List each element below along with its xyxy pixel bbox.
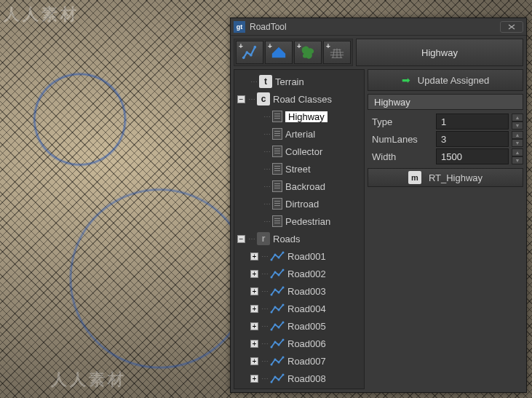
tree-label: Road003 (287, 286, 326, 297)
svg-point-14 (278, 292, 280, 294)
svg-point-31 (282, 357, 285, 359)
close-button[interactable] (500, 21, 523, 33)
tree-label: Terrain (275, 76, 304, 87)
svg-point-33 (274, 376, 277, 378)
svg-point-20 (271, 329, 273, 331)
tree-label: Backroad (285, 181, 325, 192)
document-icon (272, 180, 282, 192)
tree-item-class[interactable]: ⋯Collector (234, 143, 364, 160)
spinner[interactable]: ▲▼ (512, 131, 523, 147)
spinner[interactable]: ▲▼ (512, 148, 523, 164)
tree-item-road[interactable]: +⋯Road007 (234, 352, 364, 370)
svg-point-26 (278, 344, 280, 346)
roads-badge-icon: r (257, 232, 270, 245)
tree-item-road[interactable]: +⋯Road001 (234, 247, 364, 265)
area-icon (300, 44, 316, 60)
svg-point-3 (254, 46, 257, 49)
tree-item-class[interactable]: ⋯Dirtroad (234, 195, 364, 212)
svg-point-25 (274, 341, 277, 343)
svg-point-35 (282, 374, 285, 376)
terrain-icon (271, 44, 287, 60)
svg-point-27 (282, 339, 285, 341)
window-title: RoadTool (250, 22, 496, 32)
spinner-down-icon[interactable]: ▼ (512, 156, 523, 164)
tree-label: Arterial (285, 129, 315, 140)
svg-point-29 (274, 359, 277, 361)
expand-icon[interactable]: + (250, 322, 258, 330)
svg-point-7 (282, 252, 285, 254)
roadtool-window: gt RoadTool + + + + (230, 17, 527, 393)
tree-node-terrain[interactable]: ⋯ t Terrain (234, 73, 364, 90)
svg-point-16 (271, 311, 273, 314)
road-segment-icon (270, 251, 285, 261)
add-road-button[interactable]: + (236, 41, 263, 64)
update-assigned-button[interactable]: ➡ Update Assigned (368, 69, 523, 91)
tree-item-road[interactable]: +⋯Road004 (234, 300, 364, 317)
plus-icon: + (297, 42, 301, 50)
collapse-icon[interactable]: − (237, 95, 245, 103)
expand-icon[interactable]: + (250, 287, 258, 295)
expand-icon[interactable]: + (250, 375, 258, 383)
svg-point-10 (278, 274, 280, 276)
svg-point-22 (278, 327, 280, 329)
terrain-badge-icon: t (259, 75, 272, 88)
tree-label: Road002 (287, 268, 326, 279)
plus-icon: + (239, 42, 243, 50)
svg-point-18 (278, 309, 280, 311)
collapse-icon[interactable]: − (237, 235, 245, 243)
spinner-up-icon[interactable]: ▲ (512, 148, 523, 156)
property-input[interactable]: 1 (436, 114, 509, 130)
titlebar[interactable]: gt RoadTool (231, 18, 526, 36)
tree-label: Road001 (287, 251, 326, 262)
spinner-up-icon[interactable]: ▲ (512, 114, 523, 122)
document-icon (272, 146, 282, 157)
svg-point-9 (274, 271, 277, 274)
tree-item-class[interactable]: ⋯Backroad (234, 178, 364, 195)
spinner-down-icon[interactable]: ▼ (512, 122, 523, 130)
tree-item-road[interactable]: +⋯Road008 (234, 370, 364, 387)
road-path-icon (242, 44, 258, 60)
expand-icon[interactable]: + (250, 270, 258, 278)
material-label: RT_Highway (429, 172, 483, 183)
svg-point-32 (271, 381, 273, 383)
tree-item-road[interactable]: +⋯Road006 (234, 335, 364, 352)
tree-panel[interactable]: ⋯ t Terrain − ⋯ c Road Classes ⋯Highway⋯… (234, 69, 365, 389)
svg-point-2 (250, 54, 253, 57)
material-button[interactable]: m RT_Highway (368, 168, 523, 187)
tree-item-class[interactable]: ⋯Pedestrian (234, 212, 364, 230)
svg-point-21 (274, 324, 277, 326)
expand-icon[interactable]: + (250, 305, 258, 313)
spinner[interactable]: ▲▼ (512, 114, 523, 130)
property-input[interactable]: 1500 (436, 148, 509, 164)
property-input[interactable]: 3 (436, 131, 509, 147)
property-label: Type (368, 116, 433, 127)
spinner-up-icon[interactable]: ▲ (512, 131, 523, 139)
tree-node-roads[interactable]: − ⋯ r Roads (234, 230, 364, 247)
road-segment-icon (270, 356, 285, 366)
property-row: Width1500▲▼ (368, 148, 523, 165)
tree-item-road[interactable]: +⋯Road003 (234, 282, 364, 300)
material-icon: m (408, 171, 421, 184)
tree-item-road[interactable]: +⋯Road005 (234, 317, 364, 335)
tree-label: Pedestrian (285, 216, 330, 227)
tree-item-class[interactable]: ⋯Arterial (234, 125, 364, 143)
svg-point-0 (242, 57, 245, 60)
add-terrain-button[interactable]: + (265, 41, 293, 64)
add-area-button[interactable]: + (294, 41, 322, 64)
svg-point-13 (274, 289, 277, 291)
tree-item-road[interactable]: +⋯Road002 (234, 265, 364, 282)
expand-icon[interactable]: + (250, 252, 258, 260)
tree-item-class[interactable]: ⋯Street (234, 160, 364, 178)
svg-point-15 (282, 287, 285, 289)
add-grid-button[interactable]: + (323, 41, 351, 64)
tree-node-road-classes[interactable]: − ⋯ c Road Classes (234, 90, 364, 108)
tree-item-class[interactable]: ⋯Highway (234, 108, 364, 125)
tree-label: Road006 (287, 338, 326, 349)
class-badge-icon: c (257, 92, 270, 106)
road-segment-icon (270, 321, 285, 331)
expand-icon[interactable]: + (250, 357, 258, 365)
properties-panel: ➡ Update Assigned Highway Type1▲▼NumLane… (368, 69, 523, 389)
road-segment-icon (270, 268, 285, 279)
expand-icon[interactable]: + (250, 340, 258, 348)
spinner-down-icon[interactable]: ▼ (512, 139, 523, 147)
